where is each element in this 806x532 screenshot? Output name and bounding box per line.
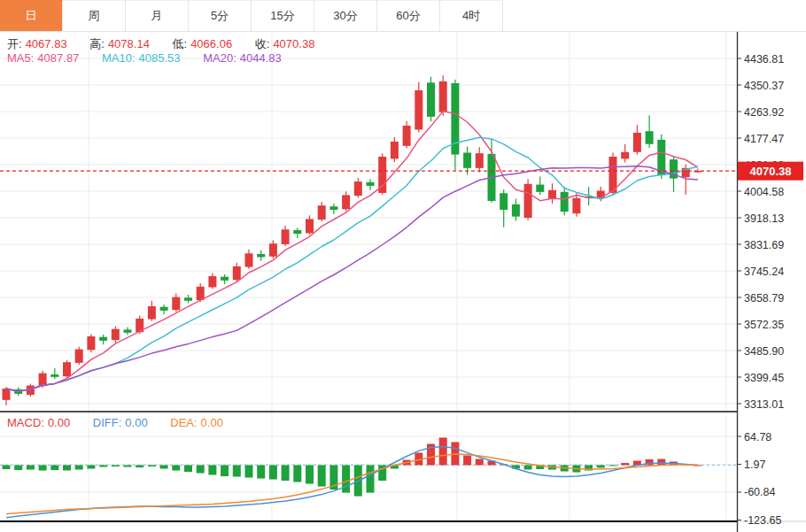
candle	[282, 229, 290, 244]
price-axis-label: 3745.24	[744, 266, 784, 278]
price-axis-label: 4177.47	[744, 133, 784, 145]
candle	[233, 266, 241, 280]
tab-30min[interactable]: 30分	[314, 0, 377, 31]
candle	[245, 253, 253, 266]
candle	[293, 230, 301, 234]
price-axis-label: 3831.69	[744, 239, 784, 251]
price-axis-label: 4350.37	[744, 80, 784, 92]
macd-bar	[221, 465, 229, 476]
candle	[221, 277, 229, 281]
macd-axis-label: -123.65	[744, 514, 781, 527]
tab-week[interactable]: 周	[63, 0, 126, 31]
candle	[633, 133, 641, 152]
macd-bar	[184, 465, 192, 472]
candle	[548, 190, 556, 199]
macd-bar	[112, 465, 120, 466]
candle	[257, 254, 265, 257]
candle	[621, 152, 629, 159]
macd-bar	[75, 465, 83, 469]
candle	[524, 184, 532, 218]
candle	[172, 297, 180, 311]
macd-bar	[269, 465, 277, 479]
candle	[342, 195, 350, 209]
price-axis-label: 4004.58	[744, 186, 784, 198]
price-axis-label: 3572.35	[744, 319, 784, 331]
macd-bar	[124, 465, 132, 466]
macd-bar	[342, 465, 350, 492]
candle	[87, 336, 95, 350]
macd-bar	[197, 465, 205, 473]
candle	[572, 198, 580, 213]
macd-bar	[245, 465, 253, 477]
macd-bar	[318, 465, 326, 486]
macd-bar	[463, 455, 471, 465]
tab-15min[interactable]: 15分	[252, 0, 314, 31]
candle	[318, 205, 326, 220]
macd-bar	[367, 465, 375, 492]
candle	[329, 206, 337, 210]
macd-bar	[657, 459, 665, 465]
macd-bar	[160, 465, 168, 468]
timeframe-tabbar: 日周月5分15分30分60分4时	[0, 0, 806, 32]
candle	[354, 181, 362, 196]
tab-60min[interactable]: 60分	[377, 0, 440, 31]
candle	[148, 306, 156, 320]
macd-bar	[14, 465, 22, 470]
current-price-tag-text: 4070.38	[750, 165, 792, 178]
chart-svg[interactable]: 4436.814350.374263.924177.474091.024004.…	[0, 0, 806, 532]
candle	[463, 152, 471, 167]
tab-4hour[interactable]: 4时	[440, 0, 503, 31]
macd-bar	[233, 465, 241, 476]
macd-bar	[136, 465, 143, 467]
macd-axis-label: 1.97	[744, 459, 765, 471]
macd-bar	[148, 465, 156, 466]
macd-bar	[293, 465, 301, 482]
candle	[99, 337, 107, 341]
macd-bar	[87, 465, 95, 468]
price-axis-label: 3658.79	[744, 292, 784, 305]
candle	[112, 329, 120, 340]
candle	[3, 389, 11, 400]
macd-bar	[208, 465, 216, 474]
macd-bar	[50, 465, 58, 470]
candle	[536, 185, 544, 192]
candle	[439, 81, 447, 112]
candle	[561, 192, 569, 212]
candle	[367, 182, 375, 186]
tab-day[interactable]: 日	[0, 0, 63, 31]
macd-bar	[439, 437, 447, 465]
candle	[646, 131, 654, 144]
candle	[403, 126, 411, 146]
candle	[306, 219, 314, 233]
macd-bar	[39, 465, 47, 470]
price-axis-label: 3918.13	[744, 212, 784, 225]
chart-window: 4436.814350.374263.924177.474091.024004.…	[0, 0, 806, 532]
candle	[512, 204, 520, 217]
candle	[124, 329, 132, 332]
macd-bar	[476, 459, 484, 465]
chart-plot-area[interactable]	[0, 31, 737, 521]
macd-axis-label: 64.78	[744, 431, 771, 443]
candle	[415, 90, 422, 129]
price-axis-label: 3399.45	[744, 372, 784, 384]
macd-axis-label: -60.84	[744, 486, 775, 498]
candle	[269, 243, 277, 257]
macd-bar	[609, 465, 617, 466]
macd-bar	[524, 465, 532, 469]
macd-bar	[172, 465, 180, 470]
candle	[160, 307, 168, 311]
tab-5min[interactable]: 5分	[189, 0, 252, 31]
macd-bar	[3, 465, 11, 469]
macd-bar	[282, 465, 290, 481]
candle	[39, 374, 47, 387]
price-axis-label: 3313.01	[744, 398, 784, 411]
macd-bar	[306, 465, 314, 483]
candle	[427, 82, 435, 117]
macd-bar	[621, 463, 629, 466]
macd-bar	[257, 465, 265, 478]
macd-bar	[63, 465, 71, 470]
candle	[184, 297, 192, 300]
tab-month[interactable]: 月	[126, 0, 189, 31]
candle	[197, 287, 205, 300]
macd-bar	[27, 465, 35, 469]
